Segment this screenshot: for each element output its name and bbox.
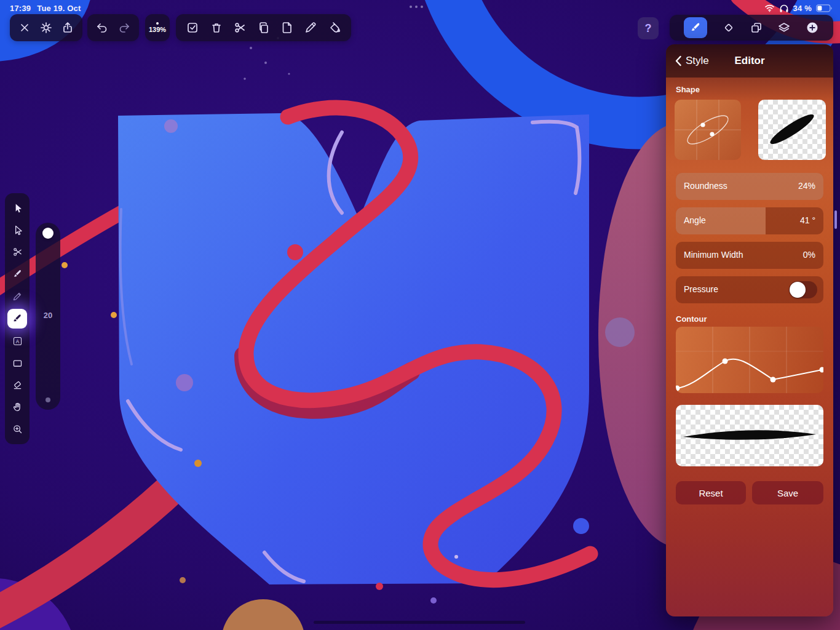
- direct-select-tool[interactable]: [8, 221, 26, 239]
- size-slider-knob[interactable]: [42, 228, 53, 239]
- size-value: 20: [36, 311, 60, 320]
- angle-slider[interactable]: Angle 41 °: [676, 207, 823, 234]
- reset-button[interactable]: Reset: [676, 481, 746, 504]
- battery-percent: 34 %: [793, 4, 812, 13]
- reset-label: Reset: [699, 488, 723, 498]
- minimum-width-value: 0%: [803, 250, 815, 260]
- shape-result-preview[interactable]: [758, 100, 826, 160]
- file-toolbar: [10, 14, 82, 41]
- select-icon[interactable]: [186, 21, 199, 34]
- mode-toolbar: [670, 15, 833, 41]
- paste-icon[interactable]: [280, 21, 294, 34]
- hand-tool[interactable]: [8, 398, 26, 417]
- minimum-width-slider[interactable]: Minimum Width 0%: [676, 242, 823, 269]
- battery-icon: [816, 4, 833, 12]
- stroke-preview: [676, 405, 823, 466]
- wifi-icon: [764, 4, 775, 12]
- size-slider-min-dot: [46, 397, 50, 402]
- roundness-slider[interactable]: Roundness 24%: [676, 173, 823, 200]
- text-tool[interactable]: A: [8, 332, 26, 351]
- pressure-toggle-knob: [790, 282, 806, 298]
- brush-editor-panel: Style Editor Shape Roundness 24% Angle 4…: [666, 44, 833, 616]
- roundness-value: 24%: [798, 181, 815, 191]
- eraser-tool[interactable]: [8, 376, 26, 394]
- pointer-tool[interactable]: [8, 199, 26, 218]
- redo-icon[interactable]: [117, 21, 131, 34]
- scissors-tool[interactable]: [8, 243, 26, 261]
- share-icon[interactable]: [61, 21, 74, 34]
- duplicate-icon[interactable]: [750, 21, 763, 34]
- zoom-tool[interactable]: [8, 420, 26, 438]
- help-button[interactable]: ?: [638, 17, 659, 39]
- pencil-tool[interactable]: [8, 287, 26, 305]
- angle-value: 41 °: [800, 215, 815, 225]
- brush-size-slider[interactable]: 20: [36, 223, 60, 410]
- rectangle-tool[interactable]: [8, 354, 26, 372]
- home-indicator[interactable]: [314, 621, 525, 624]
- roundness-label: Roundness: [684, 181, 727, 191]
- headphones-icon: [779, 4, 789, 13]
- zoom-level-button[interactable]: 139%: [145, 14, 170, 41]
- add-icon[interactable]: [806, 21, 819, 34]
- layers-icon[interactable]: [777, 21, 791, 34]
- panel-header: Style Editor: [666, 44, 833, 78]
- pen-tool[interactable]: [8, 265, 26, 284]
- brush-icon: [689, 21, 702, 34]
- undo-icon[interactable]: [95, 21, 109, 34]
- brush-tool[interactable]: [7, 309, 27, 329]
- close-icon[interactable]: [18, 21, 31, 34]
- style-pen-icon[interactable]: [304, 21, 317, 34]
- trash-icon[interactable]: [210, 21, 223, 34]
- fill-bucket-icon[interactable]: [328, 21, 341, 34]
- save-button[interactable]: Save: [752, 481, 823, 504]
- shape-node-icon[interactable]: [722, 21, 735, 34]
- scissors-icon[interactable]: [233, 21, 247, 34]
- settings-gear-icon[interactable]: [39, 21, 53, 34]
- status-bar-left: 17:39 Tue 19. Oct: [10, 2, 81, 14]
- pressure-toggle[interactable]: [789, 281, 817, 298]
- contour-section-label: Contour: [676, 314, 707, 324]
- minimum-width-label: Minimum Width: [684, 250, 743, 260]
- status-bar-right: 34 %: [764, 2, 833, 14]
- pressure-row: Pressure: [676, 276, 823, 303]
- edit-toolbar: [176, 14, 351, 41]
- zoom-level: 139%: [149, 26, 166, 33]
- shape-section-label: Shape: [676, 85, 700, 94]
- scroll-indicator: [834, 210, 837, 229]
- brush-tool-tab[interactable]: [684, 17, 707, 38]
- tools-sidebar: A: [5, 193, 30, 444]
- history-toolbar: [87, 14, 139, 41]
- back-label: Style: [686, 55, 709, 67]
- zoom-dot: [156, 22, 159, 25]
- save-label: Save: [777, 488, 798, 498]
- contour-curve-editor[interactable]: [676, 327, 823, 393]
- shape-edit-preview[interactable]: [675, 100, 741, 160]
- angle-label: Angle: [684, 215, 706, 225]
- pressure-label: Pressure: [684, 284, 718, 294]
- multitask-dots-icon: [410, 6, 423, 8]
- svg-text:A: A: [15, 339, 19, 345]
- copy-icon[interactable]: [257, 21, 271, 34]
- help-label: ?: [645, 22, 652, 35]
- back-button[interactable]: Style: [675, 55, 709, 67]
- chevron-left-icon: [675, 55, 682, 66]
- clock: 17:39: [10, 4, 31, 13]
- date: Tue 19. Oct: [37, 4, 81, 13]
